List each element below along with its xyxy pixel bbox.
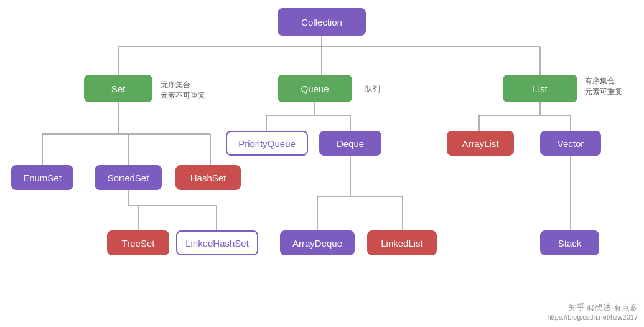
node-collection: Collection [278,8,366,36]
connector-lines [0,0,644,327]
node-sortedset: SortedSet [95,165,162,190]
node-arraylist-label: ArrayList [462,138,498,149]
node-linkedhashset: LinkedHashSet [176,230,258,255]
node-deque-label: Deque [337,138,364,149]
node-stack: Stack [540,230,599,255]
watermark: 知乎 @想法·有点多 https://blog.csdn.net/hzw2017 [547,302,638,321]
node-enumset: EnumSet [11,165,73,190]
node-list-label: List [533,83,547,94]
set-desc-text: 无序集合 元素不可重复 [161,80,205,100]
list-description: 有序集合 元素可重复 [585,76,622,97]
node-set: Set [84,75,152,102]
node-linkedlist-label: LinkedList [381,238,423,249]
node-deque: Deque [319,131,381,156]
node-priorityqueue: PriorityQueue [226,131,308,156]
node-arraylist: ArrayList [447,131,514,156]
node-vector-label: Vector [558,138,584,149]
node-hashset-label: HashSet [190,173,226,183]
node-hashset: HashSet [175,165,241,190]
node-collection-label: Collection [301,17,342,27]
node-queue: Queue [278,75,352,102]
watermark-line2: https://blog.csdn.net/hzw2017 [547,313,638,321]
node-set-label: Set [111,83,126,94]
node-vector: Vector [540,131,601,156]
set-description: 无序集合 元素不可重复 [161,80,205,101]
node-linkedlist: LinkedList [367,230,437,255]
node-linkedhashset-label: LinkedHashSet [185,238,249,249]
node-arraydeque-label: ArrayDeque [292,238,342,249]
queue-desc-text: 队列 [365,85,380,93]
queue-description: 队列 [365,84,380,95]
node-enumset-label: EnumSet [23,173,62,183]
node-list: List [503,75,577,102]
node-treeset-label: TreeSet [122,238,155,249]
node-arraydeque: ArrayDeque [280,230,355,255]
node-queue-label: Queue [301,83,329,94]
node-stack-label: Stack [558,238,582,249]
watermark-line1: 知乎 @想法·有点多 [547,302,638,313]
diagram: Collection Set Queue List EnumSet Sorted… [0,0,644,327]
node-treeset: TreeSet [107,230,169,255]
list-desc-text: 有序集合 元素可重复 [585,77,622,96]
node-sortedset-label: SortedSet [108,173,149,183]
node-priorityqueue-label: PriorityQueue [238,138,296,149]
